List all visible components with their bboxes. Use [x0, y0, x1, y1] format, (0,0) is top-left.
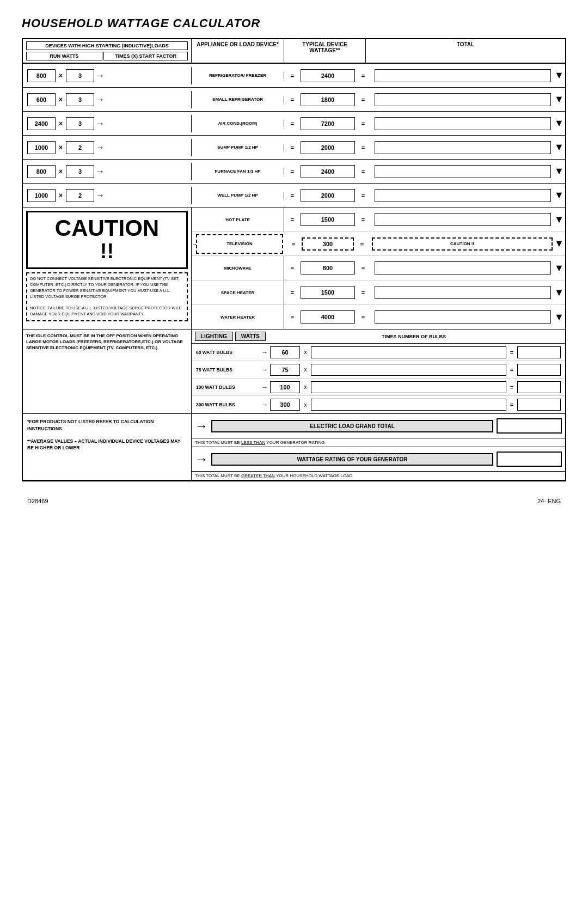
- times-symbol-4: ×: [59, 144, 63, 151]
- eq-spaceheater: =: [284, 289, 301, 296]
- footnote-average: **AVERAGE VALUES – ACTUAL INDIVIDUAL DEV…: [27, 438, 187, 452]
- arrow-down-2: ▼: [554, 94, 565, 105]
- footer-page-number: 24- ENG: [537, 498, 561, 504]
- row-furnace-left: 800 × 3 →: [23, 163, 192, 180]
- bulb-60-count[interactable]: [311, 346, 506, 358]
- total-wellpump[interactable]: [375, 189, 551, 202]
- wattage-spaceheater: 1500: [301, 286, 355, 299]
- factor-sump[interactable]: 2: [66, 141, 94, 154]
- times-symbol-1: ×: [59, 72, 63, 80]
- row-refrigerator-left: 800 × 3 →: [23, 67, 192, 84]
- eq-waterheater-b: =: [355, 314, 371, 320]
- factor-refrigerator[interactable]: 3: [66, 69, 94, 82]
- wattage-television: 300: [302, 237, 354, 251]
- device-wellpump: WELL PUMP 1/2 HP: [192, 192, 284, 199]
- eq-3: =: [284, 120, 301, 127]
- bulb-60-arrow: →: [261, 349, 268, 356]
- device-hotplate: HOT PLATE: [192, 208, 284, 231]
- arrow-1: →: [96, 71, 105, 81]
- lighting-header-row: LIGHTING WATTS TIMES NUMBER OF BULBS: [192, 330, 565, 344]
- bulb-100-label: 100 WATT BULBS: [194, 385, 259, 390]
- wattage-small-ref: 1800: [301, 93, 355, 106]
- grand-total-input[interactable]: [497, 418, 562, 434]
- header-times-factor: TIMES (X) START FACTOR: [103, 52, 188, 60]
- footer-left: *FOR PRODUCTS NOT LISTED REFER TO CALCUL…: [23, 414, 192, 480]
- wattage-rating-note: THIS TOTAL MUST BE GREATER THAN YOUR HOU…: [192, 472, 565, 480]
- bulb-60-eq: =: [506, 349, 517, 356]
- run-watts-wellpump[interactable]: 1000: [27, 189, 56, 202]
- lighting-header-label: LIGHTING: [195, 332, 233, 341]
- bulb-100-x: x: [300, 384, 311, 390]
- footer-section: *FOR PRODUCTS NOT LISTED REFER TO CALCUL…: [23, 414, 565, 480]
- arrow-down-3: ▼: [554, 118, 565, 129]
- header-run-watts: RUN WATTS: [26, 52, 102, 60]
- bulb-300-x: x: [300, 402, 311, 408]
- eq-5: =: [284, 168, 301, 175]
- eq-4: =: [284, 144, 301, 151]
- bulb-60-x: x: [300, 349, 311, 355]
- run-watts-sump[interactable]: 1000: [27, 141, 56, 154]
- total-aircond[interactable]: [375, 117, 551, 130]
- bulb-75-watts: 75: [270, 364, 300, 376]
- total-sump[interactable]: [375, 141, 551, 154]
- run-watts-refrigerator[interactable]: 800: [27, 69, 56, 82]
- factor-small-ref[interactable]: 3: [66, 93, 94, 106]
- non-inductive-section: HOT PLATE = 1500 = ▼ → TELEVISION = 300 …: [192, 208, 565, 329]
- total-hotplate[interactable]: [375, 213, 551, 226]
- eq-1: =: [284, 72, 301, 79]
- eq-hotplate: =: [284, 216, 301, 223]
- bulb-75-total[interactable]: [517, 364, 561, 376]
- row-spaceheater: SPACE HEATER = 1500 = ▼: [192, 280, 565, 305]
- total-refrigerator[interactable]: [375, 69, 551, 82]
- page-title: HOUSEHOLD WATTAGE CALCULATOR: [22, 16, 566, 30]
- total-spaceheater[interactable]: [375, 286, 551, 299]
- wattage-rating-input[interactable]: [497, 452, 562, 467]
- device-television: TELEVISION: [196, 234, 283, 254]
- wattage-wellpump: 2000: [301, 189, 355, 202]
- eq-microwave-b: =: [355, 265, 371, 271]
- row-sump-left: 1000 × 2 →: [23, 139, 192, 156]
- bulb-60-total[interactable]: [517, 346, 561, 358]
- lighting-section: LIGHTING WATTS TIMES NUMBER OF BULBS 60 …: [192, 330, 565, 413]
- eq-microwave: =: [284, 265, 301, 271]
- eq-6b: =: [355, 192, 371, 199]
- factor-aircond[interactable]: 3: [66, 117, 94, 130]
- bulb-60-label: 60 WATT BULBS: [194, 350, 259, 355]
- run-watts-aircond[interactable]: 2400: [27, 117, 56, 130]
- bulb-75-x: x: [300, 367, 311, 373]
- run-watts-furnace[interactable]: 800: [27, 165, 56, 178]
- bulb-row-60: 60 WATT BULBS → 60 x =: [192, 344, 565, 361]
- bulb-300-total[interactable]: [517, 399, 561, 411]
- bulb-60-watts: 60: [270, 346, 300, 358]
- eq-spaceheater-b: =: [355, 289, 371, 296]
- header-row: DEVICES WITH HIGH STARTING (INDUCTIVE)LO…: [23, 39, 565, 64]
- wattage-rating-row: → WATTAGE RATING OF YOUR GENERATOR: [192, 447, 565, 472]
- bulb-75-count[interactable]: [311, 364, 506, 376]
- device-refrigerator: REFRIGERATOR/ FREEZER: [192, 72, 284, 79]
- header-typical: TYPICAL DEVICE WATTAGE**: [284, 39, 366, 63]
- caution-main-box: CAUTION !!: [26, 211, 188, 269]
- caution-title-text: CAUTION: [30, 217, 184, 240]
- device-microwave: MICROWAVE: [192, 256, 284, 280]
- row-waterheater: WATER HEATER = 4000 = ▼: [192, 305, 565, 329]
- total-furnace[interactable]: [375, 165, 551, 178]
- row-hotplate: HOT PLATE = 1500 = ▼: [192, 208, 565, 232]
- bulb-row-75: 75 WATT BULBS → 75 x =: [192, 361, 565, 379]
- inductive-section: 800 × 3 → REFRIGERATOR/ FREEZER = 2400 =…: [23, 64, 565, 208]
- total-waterheater[interactable]: [375, 310, 551, 324]
- eq-waterheater: =: [284, 314, 301, 320]
- total-small-ref[interactable]: [375, 93, 551, 106]
- arrow-2: →: [96, 95, 105, 105]
- header-devices: DEVICES WITH HIGH STARTING (INDUCTIVE)LO…: [23, 39, 192, 63]
- run-watts-small-ref[interactable]: 600: [27, 93, 56, 106]
- wattage-calculator-table: DEVICES WITH HIGH STARTING (INDUCTIVE)LO…: [22, 38, 566, 481]
- total-microwave[interactable]: [375, 261, 551, 274]
- factor-furnace[interactable]: 3: [66, 165, 94, 178]
- bulb-300-count[interactable]: [311, 399, 506, 411]
- bulb-100-total[interactable]: [517, 381, 561, 393]
- total-television-caution: CAUTION !!: [372, 237, 553, 251]
- factor-wellpump[interactable]: 2: [66, 189, 94, 202]
- bulb-100-eq: =: [506, 384, 517, 391]
- bulb-100-count[interactable]: [311, 381, 506, 393]
- bulb-row-300: 300 WATT BULBS → 300 x =: [192, 396, 565, 413]
